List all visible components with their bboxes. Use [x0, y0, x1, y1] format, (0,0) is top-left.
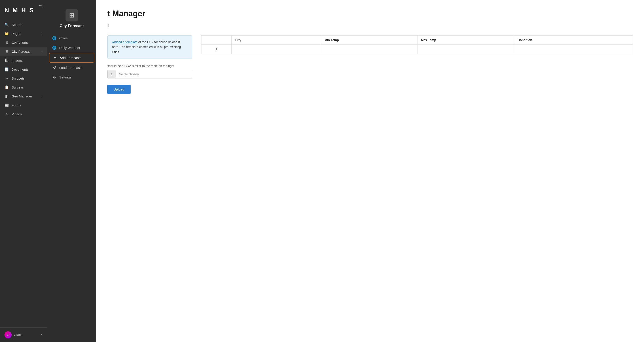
flyout-header: ⊞ City Forecast — [47, 4, 96, 34]
flyout-item-cities[interactable]: 🌐 Cities — [49, 34, 94, 43]
daily-weather-icon: 🌐 — [52, 46, 56, 50]
page-subtitle: t — [107, 23, 633, 28]
upload-button[interactable]: Upload — [107, 85, 130, 94]
avatar: G — [4, 331, 12, 338]
download-template-link[interactable]: wnload a template — [112, 40, 138, 44]
sidebar-item-cap-alerts[interactable]: ⚙ CAP Alerts — [0, 38, 47, 47]
documents-icon: 📄 — [4, 67, 9, 72]
chevron-right-icon: › — [42, 94, 42, 98]
flyout-item-label: Cities — [59, 36, 68, 40]
flyout-item-settings[interactable]: ⚙ Settings — [49, 73, 94, 82]
file-input-wrapper: e No file chosen — [107, 70, 192, 78]
table-header-condition: Condition — [514, 36, 632, 45]
table-cell-max-temp — [417, 45, 514, 54]
images-icon: 🖼 — [4, 58, 9, 62]
settings-icon: ⚙ — [52, 75, 56, 79]
add-forecasts-icon: + — [52, 56, 57, 60]
flyout-item-label: Add Forecasts — [60, 56, 82, 60]
chevron-left-icon: ‹ — [42, 50, 42, 53]
sidebar-item-documents[interactable]: 📄 Documents — [0, 65, 47, 74]
flyout-icon: ⊞ — [66, 9, 78, 22]
flyout-item-load-forecasts[interactable]: ↺ Load Forecasts — [49, 63, 94, 72]
chevron-up-icon: ∧ — [40, 333, 42, 336]
search-icon: 🔍 — [4, 22, 9, 27]
cap-alerts-icon: ⚙ — [4, 40, 9, 45]
file-section-label: should be a CSV, similar to the table on… — [107, 64, 192, 68]
table-cell-rownum: 1 — [202, 45, 232, 54]
forms-icon: 📰 — [4, 103, 9, 107]
table-header-max-temp: Max Temp — [417, 36, 514, 45]
videos-icon: ○ — [4, 112, 9, 116]
sidebar-item-label: Documents — [12, 68, 28, 71]
chevron-right-icon: › — [42, 32, 42, 35]
sidebar-item-images[interactable]: 🖼 Images — [0, 56, 47, 65]
sidebar-nav: 🔍 Search 📁 Pages › ⚙ CAP Alerts ⊞ City F… — [0, 18, 47, 328]
sidebar-item-geo-manager[interactable]: ◧ Geo Manager › — [0, 92, 47, 100]
sidebar: ←| N M H S 🔍 Search 📁 Pages › ⚙ CAP Aler… — [0, 0, 47, 342]
flyout-title: City Forecast — [60, 24, 84, 28]
file-name-display: No file chosen — [116, 70, 192, 78]
flyout-item-add-forecasts[interactable]: + Add Forecasts — [49, 53, 94, 62]
sidebar-item-label: Search — [12, 23, 22, 26]
sidebar-item-label: CAP Alerts — [12, 41, 28, 44]
left-panel: wnload a template of the CSV for offline… — [107, 35, 192, 94]
table-header-city: City — [232, 36, 321, 45]
flyout-item-label: Load Forecasts — [59, 66, 82, 70]
flyout-item-daily-weather[interactable]: 🌐 Daily Weather — [49, 43, 94, 52]
table-cell-min-temp — [321, 45, 418, 54]
sidebar-item-city-forecast[interactable]: ⊞ City Forecast ‹ — [0, 47, 47, 56]
geo-manager-icon: ◧ — [4, 94, 9, 98]
sidebar-collapse-button[interactable]: ←| — [37, 3, 45, 8]
flyout-submenu: ⊞ City Forecast 🌐 Cities 🌐 Daily Weather… — [47, 0, 96, 342]
table-header-rownum — [202, 36, 232, 45]
sidebar-item-snippets[interactable]: ✂ Snippets — [0, 74, 47, 83]
sidebar-item-label: City Forecast — [12, 50, 31, 54]
table-row: 1 — [202, 45, 633, 54]
pages-icon: 📁 — [4, 31, 9, 36]
sidebar-item-label: Surveys — [12, 86, 24, 89]
sidebar-item-surveys[interactable]: 📋 Surveys — [0, 83, 47, 92]
sidebar-item-label: Pages — [12, 32, 21, 36]
sidebar-item-pages[interactable]: 📁 Pages › — [0, 29, 47, 38]
choose-file-button[interactable]: e — [108, 70, 116, 78]
table-cell-condition — [514, 45, 632, 54]
flyout-nav: 🌐 Cities 🌐 Daily Weather + Add Forecasts… — [47, 34, 96, 82]
sidebar-item-forms[interactable]: 📰 Forms — [0, 100, 47, 110]
preview-table: City Min Temp Max Temp Condition 1 — [201, 35, 633, 54]
content-layout: wnload a template of the CSV for offline… — [107, 35, 633, 94]
main-content: t Manager t wnload a template of the CSV… — [96, 0, 644, 342]
sidebar-item-label: Forms — [12, 103, 21, 107]
page-title: t Manager — [107, 9, 633, 18]
sidebar-item-label: Videos — [12, 112, 22, 116]
sidebar-item-videos[interactable]: ○ Videos — [0, 110, 47, 118]
surveys-icon: 📋 — [4, 85, 9, 90]
sidebar-item-label: Images — [12, 58, 22, 62]
city-forecast-icon: ⊞ — [4, 49, 9, 54]
right-panel: City Min Temp Max Temp Condition 1 — [201, 35, 633, 54]
sidebar-item-search[interactable]: 🔍 Search — [0, 20, 47, 29]
flyout-item-label: Daily Weather — [59, 46, 80, 50]
cities-icon: 🌐 — [52, 36, 56, 40]
sidebar-item-label: Geo Manager — [12, 94, 32, 98]
username-label: Grace — [14, 333, 22, 337]
table-header-min-temp: Min Temp — [321, 36, 418, 45]
load-forecasts-icon: ↺ — [52, 66, 56, 70]
sidebar-item-label: Snippets — [12, 76, 24, 80]
user-profile[interactable]: G Grace ∧ — [0, 328, 47, 342]
info-box: wnload a template of the CSV for offline… — [107, 35, 192, 59]
table-cell-city — [232, 45, 321, 54]
flyout-item-label: Settings — [59, 75, 71, 79]
snippets-icon: ✂ — [4, 76, 9, 80]
